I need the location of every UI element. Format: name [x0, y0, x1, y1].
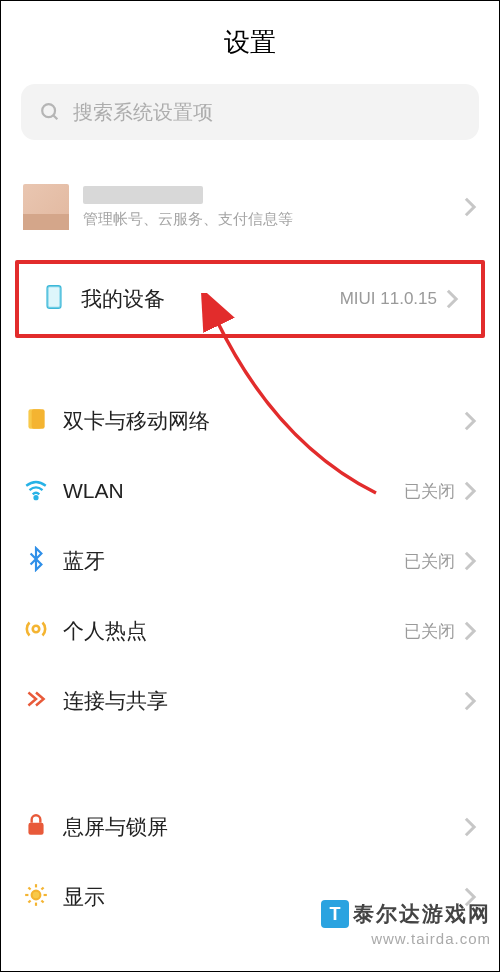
share-icon: [23, 686, 49, 716]
hotspot-icon: [23, 616, 49, 646]
svg-point-0: [42, 104, 55, 117]
search-icon: [39, 101, 61, 123]
wlan-value: 已关闭: [404, 480, 455, 503]
watermark: T 泰尔达游戏网 www.tairda.com: [321, 900, 491, 947]
svg-rect-3: [48, 286, 61, 308]
account-row[interactable]: 管理帐号、云服务、支付信息等: [1, 168, 499, 246]
svg-point-9: [32, 891, 41, 900]
sim-icon: [23, 406, 49, 436]
chevron-right-icon: [463, 690, 477, 712]
page-title: 设置: [1, 1, 499, 78]
watermark-title: 泰尔达游戏网: [353, 900, 491, 928]
share-label: 连接与共享: [63, 687, 463, 715]
chevron-right-icon: [463, 550, 477, 572]
sim-row[interactable]: 双卡与移动网络: [1, 386, 499, 456]
bluetooth-icon: [23, 546, 49, 576]
my-device-value: MIUI 11.0.15: [340, 289, 437, 309]
chevron-right-icon: [445, 288, 459, 310]
svg-line-17: [41, 887, 43, 889]
account-name-redacted: [83, 186, 203, 204]
wlan-label: WLAN: [63, 479, 404, 503]
wifi-icon: [23, 476, 49, 506]
highlighted-box: 我的设备 MIUI 11.0.15: [15, 260, 485, 338]
svg-line-1: [53, 115, 57, 119]
lock-icon: [23, 812, 49, 842]
search-bar[interactable]: 搜索系统设置项: [21, 84, 479, 140]
wlan-row[interactable]: WLAN 已关闭: [1, 456, 499, 526]
search-placeholder: 搜索系统设置项: [73, 99, 213, 126]
bluetooth-label: 蓝牙: [63, 547, 404, 575]
svg-point-7: [33, 626, 40, 633]
svg-rect-5: [32, 409, 45, 429]
device-icon: [41, 284, 67, 314]
svg-rect-8: [28, 823, 43, 835]
chevron-right-icon: [463, 410, 477, 432]
hotspot-value: 已关闭: [404, 620, 455, 643]
hotspot-row[interactable]: 个人热点 已关闭: [1, 596, 499, 666]
chevron-right-icon: [463, 620, 477, 642]
svg-point-6: [35, 496, 38, 499]
bluetooth-row[interactable]: 蓝牙 已关闭: [1, 526, 499, 596]
lockscreen-label: 息屏与锁屏: [63, 813, 463, 841]
account-subtitle: 管理帐号、云服务、支付信息等: [83, 210, 463, 229]
lockscreen-row[interactable]: 息屏与锁屏: [1, 792, 499, 862]
chevron-right-icon: [463, 196, 477, 218]
watermark-url: www.tairda.com: [371, 930, 491, 947]
chevron-right-icon: [463, 816, 477, 838]
bluetooth-value: 已关闭: [404, 550, 455, 573]
svg-line-16: [28, 900, 30, 902]
watermark-logo: T: [321, 900, 349, 928]
my-device-label: 我的设备: [81, 285, 340, 313]
my-device-row[interactable]: 我的设备 MIUI 11.0.15: [19, 264, 481, 334]
sim-label: 双卡与移动网络: [63, 407, 463, 435]
share-row[interactable]: 连接与共享: [1, 666, 499, 736]
svg-line-15: [41, 900, 43, 902]
avatar: [23, 184, 69, 230]
chevron-right-icon: [463, 480, 477, 502]
hotspot-label: 个人热点: [63, 617, 404, 645]
brightness-icon: [23, 882, 49, 912]
svg-line-14: [28, 887, 30, 889]
